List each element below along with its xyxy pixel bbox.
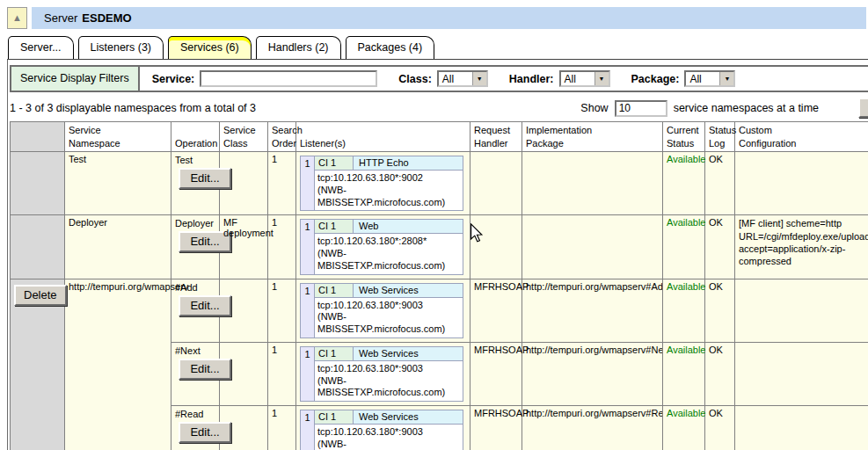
tab-strip: Server... Listeners (3) Services (6) Han…: [7, 36, 868, 59]
operation-cell: Deployer Edit...: [171, 215, 220, 279]
tab-handlers[interactable]: Handlers (2): [256, 36, 341, 59]
service-namespace-cell: Deployer: [65, 215, 171, 279]
listener-address: tcp:10.120.63.180*:9003: [317, 300, 460, 312]
chevron-down-icon: ▼: [594, 72, 609, 85]
services-panel: Service Display Filters Service: Class: …: [7, 59, 868, 450]
listeners-cell: 1 CI 1 Web Services tcp:10.120.63.180*:9…: [296, 342, 470, 405]
server-name: ESDEMO: [82, 11, 131, 25]
server-title-prefix: Server: [44, 11, 77, 25]
column-header-actions: [11, 122, 65, 152]
edit-button[interactable]: Edit...: [179, 359, 231, 380]
package-filter-select[interactable]: All ▼: [684, 70, 735, 87]
listener-host: (NWB-MBISSETXP.microfocus.com): [317, 375, 460, 400]
edit-button[interactable]: Edit...: [179, 422, 231, 443]
request-handler-cell: MFRHSOAP: [470, 406, 522, 450]
row-action-cell: [11, 215, 65, 279]
implementation-package-cell: http://tempuri.org/wmapserv#Add: [522, 279, 663, 342]
chevron-down-icon: ▼: [719, 72, 733, 85]
custom-configuration-cell: [735, 152, 868, 215]
listener-index: 1: [301, 410, 315, 450]
listener-type: Web Services: [354, 284, 463, 297]
column-header-status-log: Status Log: [705, 122, 735, 152]
operation-name: #Read: [175, 408, 215, 422]
implementation-package-cell: http://tempuri.org/wmapserv#Next: [522, 342, 663, 405]
listener-box: 1 CI 1 Web Services tcp:10.120.63.180*:9…: [300, 346, 463, 402]
class-filter-value: All: [439, 72, 472, 85]
delete-button[interactable]: Delete: [14, 285, 67, 306]
column-header-implementation-package: Implementation Package: [522, 122, 663, 152]
column-header-service-class: Service Class: [220, 122, 268, 152]
row-action-cell: Delete: [11, 279, 65, 450]
handler-filter-value: All: [561, 72, 594, 85]
listener-type: Web: [354, 220, 463, 233]
listener-host: (NWB-MBISSETXP.microfocus.com): [317, 311, 460, 336]
search-order-cell: 1: [268, 342, 296, 405]
listener-host: (NWB-MBISSETXP.microfocus.com): [317, 248, 460, 272]
listeners-cell: 1 CI 1 HTTP Echo tcp:10.120.63.180*:9002…: [296, 152, 470, 215]
status-log-cell: OK: [705, 342, 735, 405]
search-order-cell: 1: [268, 215, 296, 279]
status-log-cell: OK: [705, 152, 735, 215]
search-order-cell: 1: [268, 152, 296, 215]
search-order-cell: 1: [268, 279, 296, 342]
handler-filter-select[interactable]: All ▼: [559, 70, 610, 87]
implementation-package-cell: [522, 152, 663, 215]
service-display-filters-bar: Service Display Filters Service: Class: …: [10, 65, 868, 92]
current-status-cell: Available: [663, 152, 705, 215]
filter-fields: Service: Class: All ▼ Handler: All ▼ Pac…: [140, 67, 736, 91]
listener-host: (NWB-MBISSETXP.microfocus.com): [317, 185, 460, 209]
service-filter-label: Service:: [152, 73, 195, 85]
collapse-toggle[interactable]: ▲: [7, 7, 27, 29]
current-status-cell: Available: [663, 342, 705, 405]
status-log-cell: OK: [705, 215, 735, 279]
column-header-listeners: Listener(s): [296, 122, 470, 152]
listener-name: CI 1: [315, 156, 354, 170]
implementation-package-cell: http://tempuri.org/wmapserv#Read: [522, 406, 663, 450]
custom-configuration-cell: [735, 342, 868, 405]
listener-box: 1 CI 1 Web Services tcp:10.120.63.180*:9…: [300, 410, 463, 450]
refresh-button-partial[interactable]: [858, 98, 868, 118]
service-filter-input[interactable]: [200, 70, 377, 87]
server-title: Server ESDEMO: [32, 7, 866, 29]
operation-cell: #Add Edit...: [171, 279, 220, 342]
class-filter-select[interactable]: All ▼: [437, 70, 488, 87]
listener-index: 1: [301, 347, 315, 401]
triangle-up-icon: ▲: [12, 13, 22, 23]
show-count-input[interactable]: [615, 100, 667, 117]
service-namespace-cell: http://tempuri.org/wmapserv: [65, 279, 171, 450]
operation-name: Deployer: [175, 217, 215, 231]
listener-index: 1: [301, 220, 315, 273]
table-row: Test Test Edit... 1 1 CI 1 HTTP Echo tc: [11, 152, 868, 215]
table-header-row: Service Namespace Operation Service Clas…: [11, 122, 868, 152]
edit-button[interactable]: Edit...: [179, 168, 231, 189]
listeners-cell: 1 CI 1 Web tcp:10.120.63.180*:2808* (NWB…: [296, 215, 470, 279]
status-log-cell: OK: [705, 279, 735, 342]
filters-title: Service Display Filters: [11, 67, 140, 91]
listener-name: CI 1: [315, 410, 354, 424]
current-status-cell: Available: [663, 406, 705, 450]
operation-name: #Add: [175, 281, 215, 295]
package-filter-value: All: [686, 72, 719, 85]
operation-name: Test: [175, 154, 215, 168]
service-namespace-cell: Test: [65, 152, 171, 215]
status-log-cell: OK: [705, 406, 735, 450]
current-status-cell: Available: [663, 215, 705, 279]
request-handler-cell: MFRHSOAP: [470, 279, 522, 342]
operation-cell: #Next Edit...: [171, 342, 220, 405]
tab-services[interactable]: Services (6): [168, 36, 252, 59]
table-row: Delete http://tempuri.org/wmapserv #Add …: [11, 279, 868, 342]
listener-type: HTTP Echo: [354, 156, 463, 170]
edit-button[interactable]: Edit...: [179, 295, 231, 316]
listener-box: 1 CI 1 HTTP Echo tcp:10.120.63.180*:9002…: [300, 156, 463, 211]
tab-server[interactable]: Server...: [8, 36, 74, 59]
operation-name: #Next: [175, 345, 215, 359]
listeners-cell: 1 CI 1 Web Services tcp:10.120.63.180*:9…: [296, 279, 470, 342]
tab-listeners[interactable]: Listeners (3): [78, 36, 164, 59]
listener-index: 1: [301, 284, 315, 338]
column-header-custom-configuration: Custom Configuration: [735, 122, 868, 152]
listeners-cell: 1 CI 1 Web Services tcp:10.120.63.180*:9…: [296, 406, 470, 450]
tab-packages[interactable]: Packages (4): [346, 36, 435, 59]
search-order-cell: 1: [268, 406, 296, 450]
column-header-operation: Operation: [171, 122, 220, 152]
pagination-row: 1 - 3 of 3 displayable namespaces from a…: [10, 97, 868, 120]
